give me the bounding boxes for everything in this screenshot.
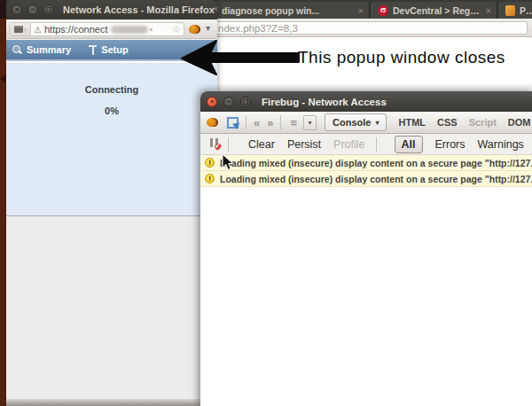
popup-url-text: https://connect (44, 24, 108, 35)
redacted-dot (150, 28, 153, 31)
console-warning-row[interactable]: ! Loading mixed (insecure) display conte… (200, 155, 532, 171)
chevron-down-icon: ▾ (375, 119, 379, 127)
tab-setup[interactable]: Setup (89, 44, 129, 55)
popup-nav-bar: › ⚠ https://connect ☆ ▾ (6, 20, 217, 39)
profile-button[interactable]: Profile (333, 138, 364, 151)
panel-list-icon[interactable]: ≡ (290, 116, 297, 129)
minimize-button[interactable]: − (223, 97, 234, 107)
toolbar-separator (228, 137, 229, 152)
desktop-edge (0, 0, 6, 406)
warning-message: Loading mixed (insecure) display content… (220, 158, 532, 168)
clear-button[interactable]: Clear (248, 138, 275, 151)
tab-label: diagnose popup win... (222, 5, 319, 16)
inspect-element-icon[interactable] (227, 117, 239, 129)
toolbar-separator (280, 115, 281, 129)
tab-setup-label: Setup (101, 44, 129, 55)
chevron-right-icon: › (24, 26, 27, 34)
filter-warnings-button[interactable]: Warnings (478, 138, 524, 151)
back-icon[interactable]: « (254, 116, 260, 129)
popup-window-title: Network Access - Mozilla Firefox (63, 4, 215, 15)
firebug-icon[interactable] (189, 25, 200, 34)
firebug-main-toolbar: « » ≡ ▾ Console ▾ HTML CSS Script DOM Ne… (200, 112, 532, 134)
screen: diagnose popup win... × f5 DevCentral > … (0, 0, 532, 406)
firebug-title-bar[interactable]: × − ◻ Firebug - Network Access (200, 91, 532, 112)
persist-button[interactable]: Persist (287, 138, 321, 151)
popup-bottom-edge (6, 399, 217, 406)
connection-status: Connecting (6, 84, 217, 95)
background-url-field[interactable]: ndex.php3?Z=8,3 (207, 21, 528, 35)
magnifier-icon (12, 45, 22, 55)
toolbar-separator (246, 115, 246, 129)
firebug-menu-icon[interactable] (207, 118, 218, 127)
page-icon (505, 5, 515, 16)
security-warning-icon: ⚠ (34, 25, 42, 35)
firebug-window: × − ◻ Firebug - Network Access « » ≡ ▾ C… (200, 91, 532, 406)
redacted-domain (111, 26, 148, 34)
site-icon (14, 26, 23, 33)
popup-content: Connecting 0% (6, 63, 217, 215)
tab-summary[interactable]: Summary (12, 44, 71, 55)
popup-lower-panel (6, 215, 217, 399)
firebug-window-title: Firebug - Network Access (262, 97, 387, 107)
annotation-text: This popup window closes (298, 48, 505, 67)
mouse-cursor (222, 154, 234, 172)
desktop-edge-top (0, 0, 6, 19)
console-warning-row[interactable]: ! Loading mixed (insecure) display conte… (200, 171, 532, 187)
panel-tab-console[interactable]: Console ▾ (325, 113, 387, 131)
maximize-button[interactable]: ◻ (240, 97, 251, 107)
close-button[interactable]: × (207, 97, 217, 107)
panel-tab-dom[interactable]: DOM (508, 117, 531, 128)
tab-diagnose-popup[interactable]: diagnose popup win... × (215, 2, 370, 19)
filter-all-button[interactable]: All (395, 136, 423, 153)
site-identity-button[interactable]: › (10, 23, 31, 35)
toolbar-dropdown-icon[interactable]: ▾ (303, 115, 317, 130)
panel-tab-css[interactable]: CSS (437, 117, 458, 128)
panel-tab-html[interactable]: HTML (398, 117, 426, 128)
maximize-button[interactable]: ◻ (43, 4, 54, 15)
f5-logo-icon: f5 (378, 5, 388, 16)
warning-message: Loading mixed (insecure) display content… (220, 174, 532, 184)
tab-pos[interactable]: Pos (499, 2, 532, 19)
popup-title-bar[interactable]: × − ◻ Network Access - Mozilla Firefox (6, 0, 217, 20)
warning-icon: ! (205, 158, 215, 168)
annotation: This popup window closes (177, 39, 505, 76)
tab-summary-label: Summary (27, 44, 71, 55)
console-log-area: ! Loading mixed (insecure) display conte… (200, 155, 532, 406)
scroll-arrow-icon (1, 74, 5, 83)
console-tab-label: Console (332, 117, 371, 128)
bookmark-star-icon[interactable]: ☆ (171, 23, 181, 35)
panel-tab-script[interactable]: Script (469, 117, 497, 128)
progress-percent: 0% (6, 105, 217, 116)
hidden-tab-close-icon[interactable]: × (213, 4, 218, 14)
tab-close-icon[interactable]: × (486, 5, 491, 16)
setup-tool-icon (89, 45, 97, 55)
break-on-errors-icon[interactable] (208, 138, 221, 150)
tab-label: DevCentral > Register (393, 5, 481, 16)
tab-devcentral-register[interactable]: f5 DevCentral > Register × (372, 2, 497, 19)
toolbar-separator (376, 137, 377, 152)
popup-url-field[interactable]: › ⚠ https://connect ☆ (9, 22, 184, 36)
close-button[interactable]: × (12, 4, 22, 15)
tab-close-icon[interactable]: × (358, 5, 364, 16)
annotation-arrow-icon (177, 39, 300, 76)
minimize-button[interactable]: − (27, 4, 38, 15)
background-url-text: ndex.php3?Z=8,3 (218, 23, 298, 34)
dropdown-caret-icon[interactable]: ▾ (206, 23, 210, 33)
console-toolbar: Clear Persist Profile All Errors Warning… (200, 134, 532, 155)
warning-icon: ! (205, 174, 215, 183)
filter-errors-button[interactable]: Errors (435, 138, 466, 151)
tab-label: Pos (520, 5, 532, 16)
forward-icon[interactable]: » (267, 116, 273, 129)
